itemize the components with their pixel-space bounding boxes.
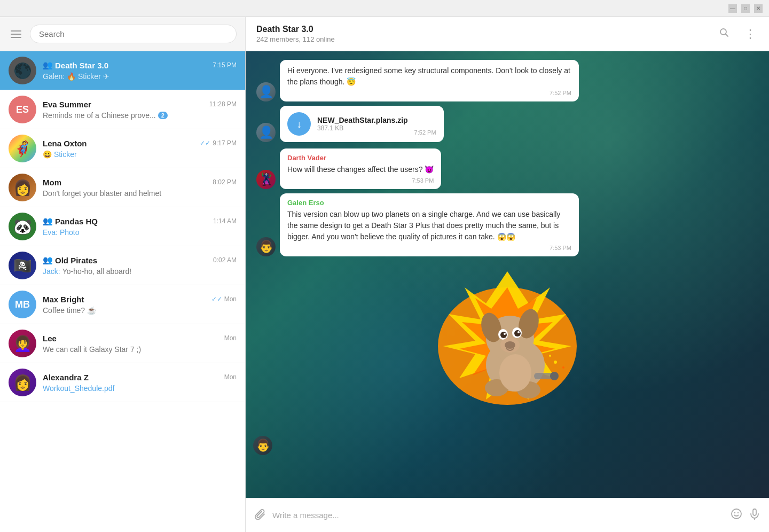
chat-item-max-bright[interactable]: MB Max Bright ✓✓ Mon Coffee time? ☕	[0, 285, 245, 324]
svg-point-26	[734, 512, 735, 513]
file-size: 387.1 KB	[317, 124, 408, 132]
chat-item-eva-summer[interactable]: ES Eva Summer 11:28 PM Reminds me of a C…	[0, 90, 245, 129]
maximize-button[interactable]: □	[741, 4, 750, 13]
message-bubble-1: Hi everyone. I've redesigned some key st…	[280, 60, 579, 101]
msg-text-4: This version can blow up two planets on …	[287, 209, 571, 242]
avatar-old-pirates: 🏴‍☠️	[9, 252, 36, 279]
message-group-3: 🦹 Darth Vader How will these changes aff…	[256, 148, 758, 189]
chat-name-eva-summer: Eva Summer	[43, 100, 91, 109]
avatar-max-bright: MB	[9, 291, 36, 318]
double-check-lena: ✓✓	[200, 139, 210, 147]
file-name: NEW_DeathStar.plans.zip	[317, 116, 408, 124]
app-container: 🌑 👥 Death Star 3.0 7:15 PM Galen: 🔥 Stic…	[0, 17, 769, 532]
chat-name-lena-oxton: Lena Oxton	[43, 139, 87, 148]
chat-item-lee[interactable]: 👩‍🦱 Lee Mon We can call it Galaxy Star 7…	[0, 324, 245, 363]
chat-item-pandas-hq[interactable]: 🐼 👥 Pandas HQ 1:14 AM Eva: Photo	[0, 207, 245, 246]
minimize-button[interactable]: —	[728, 4, 737, 13]
chat-messages[interactable]: 👤 Hi everyone. I've redesigned some key …	[246, 51, 769, 498]
chat-item-mom[interactable]: 👩 Mom 8:02 PM Don't forget your blaster …	[0, 168, 245, 207]
chat-preview-lena: 😀 Sticker	[43, 150, 237, 159]
svg-point-23	[562, 366, 564, 369]
avatar-lena-oxton: 🦸	[9, 135, 36, 162]
menu-button[interactable]	[9, 28, 23, 40]
chat-subtitle: 242 members, 112 online	[256, 35, 335, 43]
svg-point-16	[500, 338, 520, 353]
search-chat-button[interactable]	[717, 25, 732, 43]
chat-preview-old-pirates: Jack: Yo-ho-ho, all aboard!	[43, 267, 237, 276]
msg-avatar-2: 👤	[256, 123, 276, 142]
chat-time-lena: 9:17 PM	[213, 139, 237, 147]
sidebar: 🌑 👥 Death Star 3.0 7:15 PM Galen: 🔥 Stic…	[0, 17, 246, 532]
chat-preview-eva-summer: Reminds me of a Chinese prove... 2	[43, 111, 237, 120]
chat-name-pandas-hq: 👥 Pandas HQ	[43, 216, 98, 226]
more-options-button[interactable]: ⋮	[742, 25, 758, 43]
chat-item-death-star[interactable]: 🌑 👥 Death Star 3.0 7:15 PM Galen: 🔥 Stic…	[0, 51, 245, 90]
chat-time-lee: Mon	[224, 334, 237, 342]
chat-time-death-star: 7:15 PM	[213, 61, 237, 69]
sidebar-header	[0, 17, 245, 51]
chat-header-actions: ⋮	[717, 25, 758, 43]
avatar-mom: 👩	[9, 174, 36, 201]
svg-point-14	[517, 331, 520, 333]
file-time: 7:52 PM	[414, 129, 436, 136]
chat-item-alexandra-z[interactable]: 👩 Alexandra Z Mon Workout_Shedule.pdf	[0, 363, 245, 402]
avatar-death-star: 🌑	[9, 57, 36, 84]
msg-time-1: 7:52 PM	[287, 90, 571, 96]
svg-rect-20	[534, 373, 553, 379]
unread-badge-eva: 2	[158, 112, 168, 119]
avatar-lee: 👩‍🦱	[9, 330, 36, 357]
chat-name-lee: Lee	[43, 334, 57, 343]
close-button[interactable]: ✕	[754, 4, 763, 13]
msg-text-1: Hi everyone. I've redesigned some key st…	[287, 65, 571, 88]
message-input-area	[246, 498, 769, 532]
download-icon[interactable]: ↓	[287, 112, 311, 136]
search-input[interactable]	[30, 25, 237, 43]
window-chrome: — □ ✕	[0, 0, 769, 17]
chat-time-old-pirates: 0:02 AM	[213, 256, 237, 264]
chat-preview-death-star: Galen: 🔥 Sticker ✈	[43, 72, 237, 81]
svg-point-24	[549, 355, 551, 357]
chat-preview-pandas-hq: Eva: Photo	[43, 228, 237, 237]
chat-preview-lee: We can call it Galaxy Star 7 ;)	[43, 345, 237, 354]
msg-text-3: How will these changes affect the users?…	[287, 164, 434, 175]
chat-preview-mom: Don't forget your blaster and helmet	[43, 189, 237, 198]
chat-list: 🌑 👥 Death Star 3.0 7:15 PM Galen: 🔥 Stic…	[0, 51, 245, 532]
message-group-2: 👤 ↓ NEW_DeathStar.plans.zip 387.1 KB 7:5…	[256, 106, 758, 142]
chat-header: Death Star 3.0 242 members, 112 online ⋮	[246, 17, 769, 51]
svg-point-27	[737, 512, 739, 513]
message-input[interactable]	[272, 511, 724, 520]
message-group-4: 👨 Galen Erso This version can blow up tw…	[256, 193, 758, 256]
chat-time-eva-summer: 11:28 PM	[209, 100, 237, 108]
chat-item-old-pirates[interactable]: 🏴‍☠️ 👥 Old Pirates 0:02 AM Jack: Yo-ho-h…	[0, 246, 245, 285]
chat-name-alexandra-z: Alexandra Z	[43, 373, 89, 382]
chat-area: Death Star 3.0 242 members, 112 online ⋮	[246, 17, 769, 532]
more-options-icon: ⋮	[744, 27, 756, 41]
msg-time-3: 7:53 PM	[287, 177, 434, 184]
chat-preview-alexandra-z: Workout_Shedule.pdf	[43, 384, 237, 393]
svg-point-22	[554, 361, 557, 364]
file-link: Workout_Shedule.pdf	[43, 384, 114, 393]
message-group-1: 👤 Hi everyone. I've redesigned some key …	[256, 60, 758, 101]
avatar-pandas-hq: 🐼	[9, 213, 36, 240]
sender-darth-vader: Darth Vader	[287, 154, 434, 162]
sticker-area	[256, 261, 758, 410]
svg-line-1	[726, 34, 728, 37]
chat-name-old-pirates: 👥 Old Pirates	[43, 255, 97, 265]
mic-button[interactable]	[749, 508, 760, 523]
attach-button[interactable]	[254, 508, 266, 523]
sender-galen-erso: Galen Erso	[287, 199, 571, 207]
avatar-alexandra-z: 👩	[9, 369, 36, 396]
chat-preview-max-bright: Coffee time? ☕	[43, 306, 237, 315]
file-bubble[interactable]: ↓ NEW_DeathStar.plans.zip 387.1 KB 7:52 …	[280, 106, 444, 142]
chat-name-death-star: 👥 Death Star 3.0	[43, 60, 108, 70]
message-bubble-4: Galen Erso This version can blow up two …	[280, 193, 579, 256]
svg-point-25	[732, 509, 741, 519]
msg-time-4: 7:53 PM	[287, 245, 571, 251]
msg-avatar-1: 👤	[256, 82, 276, 101]
chat-time-max-bright: Mon	[224, 295, 237, 303]
bottom-float-avatar: 👨	[253, 436, 272, 455]
emoji-button[interactable]	[731, 508, 742, 523]
chat-name-max-bright: Max Bright	[43, 295, 84, 304]
message-bubble-3: Darth Vader How will these changes affec…	[280, 148, 441, 189]
chat-item-lena-oxton[interactable]: 🦸 Lena Oxton ✓✓ 9:17 PM 😀 Sticker	[0, 129, 245, 168]
